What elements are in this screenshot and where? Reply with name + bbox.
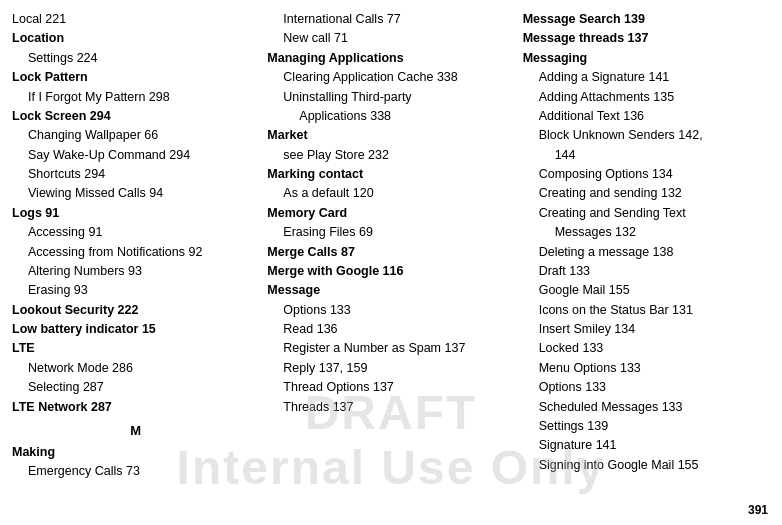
- index-entry: Logs 91: [12, 204, 259, 223]
- page-container: Local 221LocationSettings 224Lock Patter…: [0, 0, 782, 525]
- index-entry: Managing Applications: [267, 49, 514, 68]
- index-entry: Say Wake-Up Command 294: [12, 146, 259, 165]
- index-entry: Clearing Application Cache 338: [267, 68, 514, 87]
- index-entry: Local 221: [12, 10, 259, 29]
- index-entry: New call 71: [267, 29, 514, 48]
- index-entry: Google Mail 155: [523, 281, 770, 300]
- index-entry: Scheduled Messages 133: [523, 398, 770, 417]
- index-entry: Reply 137, 159: [267, 359, 514, 378]
- index-entry: Signing into Google Mail 155: [523, 456, 770, 475]
- index-entry: Deleting a message 138: [523, 243, 770, 262]
- index-entry: As a default 120: [267, 184, 514, 203]
- index-entry: Creating and sending 132: [523, 184, 770, 203]
- index-entry: Lock Screen 294: [12, 107, 259, 126]
- index-entry: Thread Options 137: [267, 378, 514, 397]
- index-entry: Settings 139: [523, 417, 770, 436]
- index-entry: Message threads 137: [523, 29, 770, 48]
- index-entry: see Play Store 232: [267, 146, 514, 165]
- index-entry: Adding a Signature 141: [523, 68, 770, 87]
- index-columns: Local 221LocationSettings 224Lock Patter…: [12, 10, 770, 515]
- index-entry: Options 133: [523, 378, 770, 397]
- index-entry: Location: [12, 29, 259, 48]
- index-entry: Read 136: [267, 320, 514, 339]
- index-entry: Erasing 93: [12, 281, 259, 300]
- index-entry: Lookout Security 222: [12, 301, 259, 320]
- index-entry: International Calls 77: [267, 10, 514, 29]
- index-entry: Low battery indicator 15: [12, 320, 259, 339]
- index-entry: 144: [523, 146, 770, 165]
- index-entry: Additional Text 136: [523, 107, 770, 126]
- index-entry: Menu Options 133: [523, 359, 770, 378]
- index-entry: LTE: [12, 339, 259, 358]
- index-entry: Insert Smiley 134: [523, 320, 770, 339]
- index-entry: Adding Attachments 135: [523, 88, 770, 107]
- index-entry: Signature 141: [523, 436, 770, 455]
- index-entry: Accessing from Notifications 92: [12, 243, 259, 262]
- index-entry: Network Mode 286: [12, 359, 259, 378]
- index-entry: Applications 338: [267, 107, 514, 126]
- index-entry: Lock Pattern: [12, 68, 259, 87]
- index-entry: Register a Number as Spam 137: [267, 339, 514, 358]
- index-entry: Block Unknown Senders 142,: [523, 126, 770, 145]
- index-entry: Shortcuts 294: [12, 165, 259, 184]
- index-entry: Altering Numbers 93: [12, 262, 259, 281]
- index-entry: Market: [267, 126, 514, 145]
- index-entry: Erasing Files 69: [267, 223, 514, 242]
- index-entry: Locked 133: [523, 339, 770, 358]
- index-entry: Viewing Missed Calls 94: [12, 184, 259, 203]
- index-entry: Memory Card: [267, 204, 514, 223]
- index-entry: Selecting 287: [12, 378, 259, 397]
- index-entry: Message: [267, 281, 514, 300]
- index-entry: Draft 133: [523, 262, 770, 281]
- index-entry: Composing Options 134: [523, 165, 770, 184]
- index-entry: Accessing 91: [12, 223, 259, 242]
- index-column-col2: International Calls 77New call 71Managin…: [267, 10, 522, 515]
- index-entry: M: [12, 421, 259, 441]
- index-entry: Settings 224: [12, 49, 259, 68]
- index-entry: Merge Calls 87: [267, 243, 514, 262]
- index-entry: Marking contact: [267, 165, 514, 184]
- index-column-col3: Message Search 139Message threads 137Mes…: [523, 10, 770, 515]
- index-entry: Making: [12, 443, 259, 462]
- index-entry: Messaging: [523, 49, 770, 68]
- index-entry: Message Search 139: [523, 10, 770, 29]
- index-entry: Uninstalling Third-party: [267, 88, 514, 107]
- index-entry: Emergency Calls 73: [12, 462, 259, 481]
- page-number: 391: [748, 503, 768, 517]
- index-entry: Messages 132: [523, 223, 770, 242]
- index-entry: Changing Wallpaper 66: [12, 126, 259, 145]
- index-entry: LTE Network 287: [12, 398, 259, 417]
- index-entry: Creating and Sending Text: [523, 204, 770, 223]
- index-entry: Threads 137: [267, 398, 514, 417]
- index-column-col1: Local 221LocationSettings 224Lock Patter…: [12, 10, 267, 515]
- index-entry: Merge with Google 116: [267, 262, 514, 281]
- index-entry: Options 133: [267, 301, 514, 320]
- index-entry: Icons on the Status Bar 131: [523, 301, 770, 320]
- index-entry: If I Forgot My Pattern 298: [12, 88, 259, 107]
